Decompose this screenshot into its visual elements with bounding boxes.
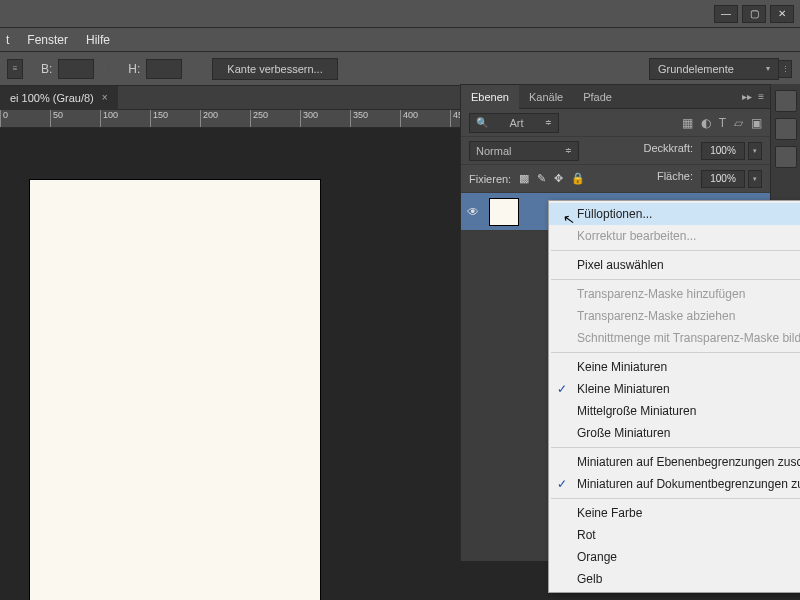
- filter-shape-icon[interactable]: ▱: [734, 116, 743, 130]
- opacity-stepper[interactable]: ▾: [748, 142, 762, 160]
- height-label: H:: [128, 62, 140, 76]
- lock-label: Fixieren:: [469, 173, 511, 185]
- check-icon: ✓: [557, 477, 567, 491]
- workspace-dropdown-stepper[interactable]: ⋮: [778, 60, 792, 78]
- context-menu-item[interactable]: ✓Miniaturen auf Dokumentbegrenzungen zus…: [549, 473, 800, 495]
- context-menu-item: Korrektur bearbeiten...: [549, 225, 800, 247]
- lock-transparency-icon[interactable]: ▩: [519, 172, 529, 185]
- context-menu-item[interactable]: Keine Farbe: [549, 502, 800, 524]
- blend-row: Normal ≑ Deckkraft: 100% ▾: [461, 137, 770, 165]
- context-menu-separator: [551, 352, 800, 353]
- context-menu-item[interactable]: Orange: [549, 546, 800, 568]
- context-menu-item: Transparenz-Maske abziehen: [549, 305, 800, 327]
- workspace-label: Grundelemente: [658, 63, 734, 75]
- context-menu-item: Schnittmenge mit Transparenz-Maske bilde…: [549, 327, 800, 349]
- fill-field[interactable]: 100%: [701, 170, 745, 188]
- tab-kanaele[interactable]: Kanäle: [519, 85, 573, 109]
- filter-smart-icon[interactable]: ▣: [751, 116, 762, 130]
- layer-thumbnail[interactable]: [489, 198, 519, 226]
- menu-item-fenster[interactable]: Fenster: [27, 33, 68, 47]
- fill-label: Fläche:: [657, 170, 693, 188]
- width-label: B:: [41, 62, 52, 76]
- menu-item-truncated[interactable]: t: [6, 33, 9, 47]
- context-menu-label: Gelb: [577, 572, 602, 586]
- dock-icon-2[interactable]: [775, 118, 797, 140]
- fill-stepper[interactable]: ▾: [748, 170, 762, 188]
- context-menu-item[interactable]: Große Miniaturen: [549, 422, 800, 444]
- context-menu-label: Orange: [577, 550, 617, 564]
- context-menu-item[interactable]: Mittelgroße Miniaturen: [549, 400, 800, 422]
- context-menu-item[interactable]: Rot: [549, 524, 800, 546]
- minimize-button[interactable]: —: [714, 5, 738, 23]
- context-menu-item[interactable]: Keine Miniaturen: [549, 356, 800, 378]
- layer-context-menu: Fülloptionen...Korrektur bearbeiten...Pi…: [548, 200, 800, 593]
- panel-tabs: Ebenen Kanäle Pfade ▸▸ ≡: [461, 85, 770, 109]
- window-titlebar: — ▢ ✕: [0, 0, 800, 28]
- document-tab[interactable]: ei 100% (Grau/8) ×: [0, 86, 118, 110]
- context-menu-label: Große Miniaturen: [577, 426, 670, 440]
- filter-adjust-icon[interactable]: ◐: [701, 116, 711, 130]
- opacity-field[interactable]: 100%: [701, 142, 745, 160]
- context-menu-label: Transparenz-Maske hinzufügen: [577, 287, 745, 301]
- height-field[interactable]: [146, 59, 182, 79]
- context-menu-label: Mittelgroße Miniaturen: [577, 404, 696, 418]
- context-menu-label: Transparenz-Maske abziehen: [577, 309, 735, 323]
- context-menu-item[interactable]: Miniaturen auf Ebenenbegrenzungen zuschn…: [549, 451, 800, 473]
- close-button[interactable]: ✕: [770, 5, 794, 23]
- context-menu-label: Schnittmenge mit Transparenz-Maske bilde…: [577, 331, 800, 345]
- options-bar: ≡ B: H: Kante verbessern... Grundelement…: [0, 52, 800, 86]
- context-menu-item[interactable]: Pixel auswählen: [549, 254, 800, 276]
- chevron-down-icon: ▾: [766, 64, 770, 73]
- layer-filter-label: Art: [509, 117, 523, 129]
- maximize-button[interactable]: ▢: [742, 5, 766, 23]
- context-menu-separator: [551, 498, 800, 499]
- workspace-dropdown[interactable]: Grundelemente ▾: [649, 58, 779, 80]
- context-menu-item[interactable]: Fülloptionen...: [549, 203, 800, 225]
- context-menu-label: Miniaturen auf Ebenenbegrenzungen zuschn…: [577, 455, 800, 469]
- lock-all-icon[interactable]: 🔒: [571, 172, 585, 185]
- tab-pfade[interactable]: Pfade: [573, 85, 622, 109]
- lock-position-icon[interactable]: ✥: [554, 172, 563, 185]
- options-chevron[interactable]: ≡: [7, 59, 23, 79]
- dock-icon-1[interactable]: [775, 90, 797, 112]
- document-tab-title: ei 100% (Grau/8): [10, 92, 94, 104]
- document-canvas[interactable]: [30, 180, 320, 600]
- context-menu-label: Pixel auswählen: [577, 258, 664, 272]
- visibility-icon[interactable]: 👁: [467, 205, 481, 219]
- lock-paint-icon[interactable]: ✎: [537, 172, 546, 185]
- tab-ebenen[interactable]: Ebenen: [461, 85, 519, 109]
- swap-wh-icon[interactable]: [104, 62, 118, 76]
- context-menu-label: Rot: [577, 528, 596, 542]
- panel-menu-icon[interactable]: ≡: [758, 91, 764, 102]
- width-field[interactable]: [58, 59, 94, 79]
- opacity-label: Deckkraft:: [643, 142, 693, 160]
- blend-mode-label: Normal: [476, 145, 511, 157]
- menu-item-hilfe[interactable]: Hilfe: [86, 33, 110, 47]
- filter-pixel-icon[interactable]: ▦: [682, 116, 693, 130]
- context-menu-item: Transparenz-Maske hinzufügen: [549, 283, 800, 305]
- context-menu-item[interactable]: ✓Kleine Miniaturen: [549, 378, 800, 400]
- context-menu-label: Keine Miniaturen: [577, 360, 667, 374]
- context-menu-separator: [551, 250, 800, 251]
- close-tab-icon[interactable]: ×: [102, 92, 108, 103]
- context-menu-separator: [551, 447, 800, 448]
- panel-collapse-icon[interactable]: ▸▸: [742, 91, 752, 102]
- lock-row: Fixieren: ▩ ✎ ✥ 🔒 Fläche: 100% ▾: [461, 165, 770, 193]
- menu-bar: t Fenster Hilfe: [0, 28, 800, 52]
- context-menu-label: Miniaturen auf Dokumentbegrenzungen zusc…: [577, 477, 800, 491]
- layer-filter-dropdown[interactable]: 🔍 Art ≑: [469, 113, 559, 133]
- context-menu-label: Kleine Miniaturen: [577, 382, 670, 396]
- refine-edge-button[interactable]: Kante verbessern...: [212, 58, 337, 80]
- layer-filter-row: 🔍 Art ≑ ▦ ◐ T ▱ ▣: [461, 109, 770, 137]
- dock-icon-3[interactable]: [775, 146, 797, 168]
- context-menu-label: Fülloptionen...: [577, 207, 652, 221]
- check-icon: ✓: [557, 382, 567, 396]
- context-menu-label: Korrektur bearbeiten...: [577, 229, 696, 243]
- blend-mode-dropdown[interactable]: Normal ≑: [469, 141, 579, 161]
- context-menu-item[interactable]: Gelb: [549, 568, 800, 590]
- context-menu-separator: [551, 279, 800, 280]
- filter-type-icon[interactable]: T: [719, 116, 726, 130]
- context-menu-label: Keine Farbe: [577, 506, 642, 520]
